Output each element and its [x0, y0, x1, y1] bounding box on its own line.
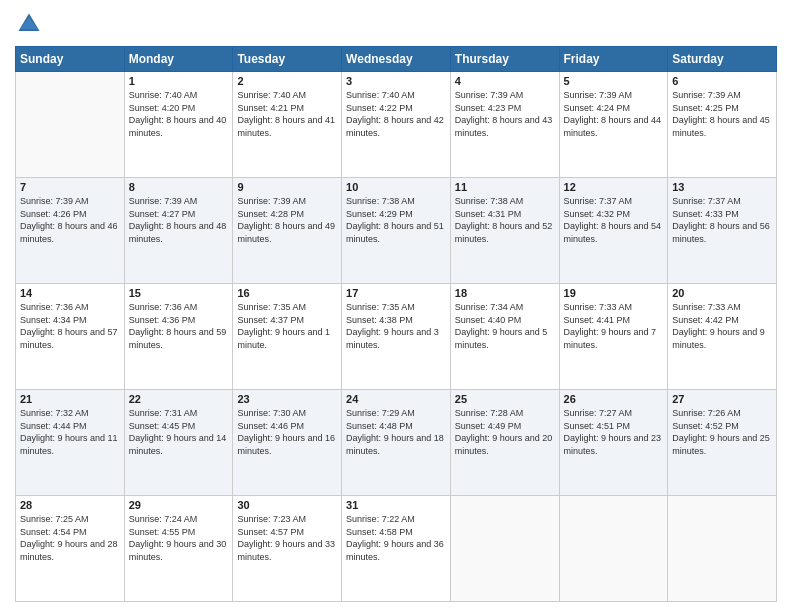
logo	[15, 10, 47, 38]
table-row: 13Sunrise: 7:37 AMSunset: 4:33 PMDayligh…	[668, 178, 777, 284]
day-number: 27	[672, 393, 772, 405]
table-row	[668, 496, 777, 602]
day-number: 18	[455, 287, 555, 299]
table-row: 25Sunrise: 7:28 AMSunset: 4:49 PMDayligh…	[450, 390, 559, 496]
day-info: Sunrise: 7:31 AMSunset: 4:45 PMDaylight:…	[129, 407, 229, 457]
day-number: 12	[564, 181, 664, 193]
day-number: 19	[564, 287, 664, 299]
table-row: 16Sunrise: 7:35 AMSunset: 4:37 PMDayligh…	[233, 284, 342, 390]
day-info: Sunrise: 7:25 AMSunset: 4:54 PMDaylight:…	[20, 513, 120, 563]
day-number: 31	[346, 499, 446, 511]
col-monday: Monday	[124, 47, 233, 72]
table-row: 28Sunrise: 7:25 AMSunset: 4:54 PMDayligh…	[16, 496, 125, 602]
calendar-table: Sunday Monday Tuesday Wednesday Thursday…	[15, 46, 777, 602]
table-row: 11Sunrise: 7:38 AMSunset: 4:31 PMDayligh…	[450, 178, 559, 284]
day-info: Sunrise: 7:39 AMSunset: 4:27 PMDaylight:…	[129, 195, 229, 245]
table-row: 24Sunrise: 7:29 AMSunset: 4:48 PMDayligh…	[342, 390, 451, 496]
table-row: 20Sunrise: 7:33 AMSunset: 4:42 PMDayligh…	[668, 284, 777, 390]
col-thursday: Thursday	[450, 47, 559, 72]
table-row: 26Sunrise: 7:27 AMSunset: 4:51 PMDayligh…	[559, 390, 668, 496]
day-info: Sunrise: 7:24 AMSunset: 4:55 PMDaylight:…	[129, 513, 229, 563]
day-info: Sunrise: 7:39 AMSunset: 4:23 PMDaylight:…	[455, 89, 555, 139]
table-row: 30Sunrise: 7:23 AMSunset: 4:57 PMDayligh…	[233, 496, 342, 602]
day-number: 25	[455, 393, 555, 405]
day-number: 8	[129, 181, 229, 193]
day-info: Sunrise: 7:40 AMSunset: 4:21 PMDaylight:…	[237, 89, 337, 139]
table-row: 19Sunrise: 7:33 AMSunset: 4:41 PMDayligh…	[559, 284, 668, 390]
day-info: Sunrise: 7:38 AMSunset: 4:29 PMDaylight:…	[346, 195, 446, 245]
calendar-week-row: 7Sunrise: 7:39 AMSunset: 4:26 PMDaylight…	[16, 178, 777, 284]
col-friday: Friday	[559, 47, 668, 72]
table-row: 7Sunrise: 7:39 AMSunset: 4:26 PMDaylight…	[16, 178, 125, 284]
col-saturday: Saturday	[668, 47, 777, 72]
day-info: Sunrise: 7:35 AMSunset: 4:38 PMDaylight:…	[346, 301, 446, 351]
day-info: Sunrise: 7:35 AMSunset: 4:37 PMDaylight:…	[237, 301, 337, 351]
table-row: 31Sunrise: 7:22 AMSunset: 4:58 PMDayligh…	[342, 496, 451, 602]
table-row: 17Sunrise: 7:35 AMSunset: 4:38 PMDayligh…	[342, 284, 451, 390]
day-info: Sunrise: 7:36 AMSunset: 4:36 PMDaylight:…	[129, 301, 229, 351]
day-number: 29	[129, 499, 229, 511]
day-info: Sunrise: 7:39 AMSunset: 4:24 PMDaylight:…	[564, 89, 664, 139]
table-row: 21Sunrise: 7:32 AMSunset: 4:44 PMDayligh…	[16, 390, 125, 496]
table-row: 4Sunrise: 7:39 AMSunset: 4:23 PMDaylight…	[450, 72, 559, 178]
table-row	[450, 496, 559, 602]
day-number: 28	[20, 499, 120, 511]
calendar-week-row: 28Sunrise: 7:25 AMSunset: 4:54 PMDayligh…	[16, 496, 777, 602]
logo-icon	[15, 10, 43, 38]
day-info: Sunrise: 7:37 AMSunset: 4:33 PMDaylight:…	[672, 195, 772, 245]
day-number: 30	[237, 499, 337, 511]
day-info: Sunrise: 7:37 AMSunset: 4:32 PMDaylight:…	[564, 195, 664, 245]
table-row: 22Sunrise: 7:31 AMSunset: 4:45 PMDayligh…	[124, 390, 233, 496]
day-info: Sunrise: 7:39 AMSunset: 4:26 PMDaylight:…	[20, 195, 120, 245]
day-info: Sunrise: 7:34 AMSunset: 4:40 PMDaylight:…	[455, 301, 555, 351]
table-row: 1Sunrise: 7:40 AMSunset: 4:20 PMDaylight…	[124, 72, 233, 178]
day-info: Sunrise: 7:33 AMSunset: 4:42 PMDaylight:…	[672, 301, 772, 351]
table-row: 27Sunrise: 7:26 AMSunset: 4:52 PMDayligh…	[668, 390, 777, 496]
day-number: 24	[346, 393, 446, 405]
col-tuesday: Tuesday	[233, 47, 342, 72]
day-info: Sunrise: 7:39 AMSunset: 4:25 PMDaylight:…	[672, 89, 772, 139]
day-number: 2	[237, 75, 337, 87]
page: Sunday Monday Tuesday Wednesday Thursday…	[0, 0, 792, 612]
day-info: Sunrise: 7:40 AMSunset: 4:22 PMDaylight:…	[346, 89, 446, 139]
day-number: 17	[346, 287, 446, 299]
table-row	[559, 496, 668, 602]
day-number: 1	[129, 75, 229, 87]
table-row: 9Sunrise: 7:39 AMSunset: 4:28 PMDaylight…	[233, 178, 342, 284]
day-number: 21	[20, 393, 120, 405]
col-sunday: Sunday	[16, 47, 125, 72]
day-number: 5	[564, 75, 664, 87]
day-number: 13	[672, 181, 772, 193]
day-info: Sunrise: 7:32 AMSunset: 4:44 PMDaylight:…	[20, 407, 120, 457]
day-info: Sunrise: 7:27 AMSunset: 4:51 PMDaylight:…	[564, 407, 664, 457]
day-number: 6	[672, 75, 772, 87]
day-number: 4	[455, 75, 555, 87]
table-row: 8Sunrise: 7:39 AMSunset: 4:27 PMDaylight…	[124, 178, 233, 284]
calendar-week-row: 21Sunrise: 7:32 AMSunset: 4:44 PMDayligh…	[16, 390, 777, 496]
day-info: Sunrise: 7:23 AMSunset: 4:57 PMDaylight:…	[237, 513, 337, 563]
table-row: 6Sunrise: 7:39 AMSunset: 4:25 PMDaylight…	[668, 72, 777, 178]
header	[15, 10, 777, 38]
day-info: Sunrise: 7:39 AMSunset: 4:28 PMDaylight:…	[237, 195, 337, 245]
table-row: 29Sunrise: 7:24 AMSunset: 4:55 PMDayligh…	[124, 496, 233, 602]
day-number: 26	[564, 393, 664, 405]
day-number: 15	[129, 287, 229, 299]
calendar-week-row: 1Sunrise: 7:40 AMSunset: 4:20 PMDaylight…	[16, 72, 777, 178]
col-wednesday: Wednesday	[342, 47, 451, 72]
day-info: Sunrise: 7:29 AMSunset: 4:48 PMDaylight:…	[346, 407, 446, 457]
day-number: 16	[237, 287, 337, 299]
day-info: Sunrise: 7:22 AMSunset: 4:58 PMDaylight:…	[346, 513, 446, 563]
day-info: Sunrise: 7:30 AMSunset: 4:46 PMDaylight:…	[237, 407, 337, 457]
day-number: 3	[346, 75, 446, 87]
day-number: 22	[129, 393, 229, 405]
day-number: 20	[672, 287, 772, 299]
day-info: Sunrise: 7:38 AMSunset: 4:31 PMDaylight:…	[455, 195, 555, 245]
day-number: 11	[455, 181, 555, 193]
day-number: 7	[20, 181, 120, 193]
table-row: 14Sunrise: 7:36 AMSunset: 4:34 PMDayligh…	[16, 284, 125, 390]
day-info: Sunrise: 7:26 AMSunset: 4:52 PMDaylight:…	[672, 407, 772, 457]
table-row: 18Sunrise: 7:34 AMSunset: 4:40 PMDayligh…	[450, 284, 559, 390]
day-number: 14	[20, 287, 120, 299]
table-row: 3Sunrise: 7:40 AMSunset: 4:22 PMDaylight…	[342, 72, 451, 178]
day-info: Sunrise: 7:40 AMSunset: 4:20 PMDaylight:…	[129, 89, 229, 139]
